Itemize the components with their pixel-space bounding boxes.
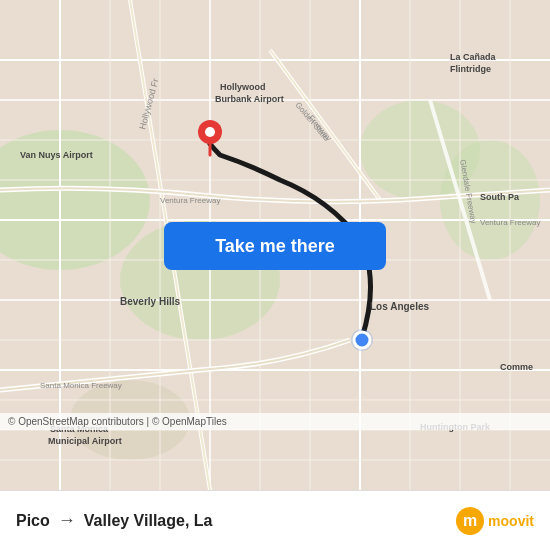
svg-text:Los Angeles: Los Angeles: [370, 301, 430, 312]
moovit-icon: m: [456, 507, 484, 535]
svg-text:Burbank Airport: Burbank Airport: [215, 94, 284, 104]
svg-text:Van Nuys Airport: Van Nuys Airport: [20, 150, 93, 160]
svg-point-53: [205, 127, 215, 137]
svg-text:Comme: Comme: [500, 362, 533, 372]
svg-text:South Pa: South Pa: [480, 192, 520, 202]
svg-text:La Cañada: La Cañada: [450, 52, 497, 62]
take-me-there-button[interactable]: Take me there: [164, 222, 386, 270]
svg-text:Beverly Hills: Beverly Hills: [120, 296, 180, 307]
svg-text:Santa Monica Freeway: Santa Monica Freeway: [40, 381, 122, 390]
moovit-label: moovit: [488, 513, 534, 529]
moovit-logo: m moovit: [456, 507, 534, 535]
origin-label: Pico: [16, 512, 50, 530]
svg-text:Hollywood: Hollywood: [220, 82, 266, 92]
map-attribution: © OpenStreetMap contributors | © OpenMap…: [0, 413, 550, 430]
arrow-icon: →: [58, 510, 76, 531]
destination-label: Valley Village, La: [84, 512, 213, 530]
map-container: Hollywood Fr Ventura Freeway Santa Monic…: [0, 0, 550, 490]
svg-text:Ventura Freeway: Ventura Freeway: [480, 218, 540, 227]
svg-text:Flintridge: Flintridge: [450, 64, 491, 74]
svg-point-55: [354, 332, 370, 348]
bottom-bar: Pico → Valley Village, La m moovit: [0, 490, 550, 550]
svg-text:Ventura Freeway: Ventura Freeway: [160, 196, 220, 205]
svg-text:Municipal Airport: Municipal Airport: [48, 436, 122, 446]
attribution-text: © OpenStreetMap contributors | © OpenMap…: [8, 416, 227, 427]
